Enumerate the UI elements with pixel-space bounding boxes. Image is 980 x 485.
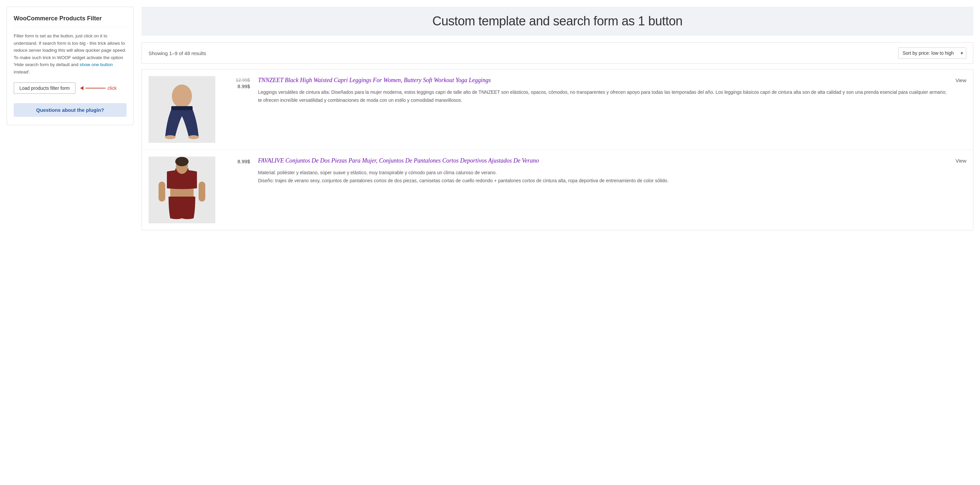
sort-wrapper: Default sorting Sort by popularity Sort … [898, 48, 966, 59]
product-thumbnail [148, 76, 215, 143]
page-heading-bar: Custom template and search form as 1 but… [142, 7, 973, 36]
sidebar-title: WooCommerce Products Filter [14, 15, 127, 27]
price-original: 12.99$ [235, 78, 250, 83]
sort-select[interactable]: Default sorting Sort by popularity Sort … [898, 48, 966, 59]
svg-rect-8 [170, 188, 194, 197]
svg-point-4 [188, 135, 199, 139]
product-view-link[interactable]: View [956, 76, 966, 83]
click-label: click [108, 86, 116, 91]
product-image [148, 157, 215, 223]
svg-rect-7 [199, 181, 205, 202]
price-sale: 8.99$ [237, 83, 250, 89]
questions-button[interactable]: Questions about the plugin? [14, 103, 127, 117]
svg-rect-6 [159, 181, 165, 202]
page-title: Custom template and search form as 1 but… [151, 14, 963, 29]
product-info: TNNZEET Black High Waisted Capri Legging… [258, 76, 948, 105]
svg-point-3 [165, 135, 176, 139]
table-row: 12.99$ 8.99$ TNNZEET Black High Waisted … [142, 70, 973, 150]
product-view-link[interactable]: View [956, 157, 966, 164]
main-content: Custom template and search form as 1 but… [142, 7, 973, 478]
results-count: Showing 1–9 of 48 results [148, 51, 206, 56]
svg-point-1 [172, 84, 192, 108]
sidebar-description: Filter form is set as the button, just c… [14, 32, 127, 76]
product-description: Material: poliéster y elastano, súper su… [258, 169, 948, 185]
arrow-line-icon [86, 88, 105, 89]
svg-point-12 [175, 157, 189, 166]
product-price: 8.99$ [223, 157, 250, 164]
click-arrow: click [81, 86, 116, 91]
products-bar: Showing 1–9 of 48 results Default sortin… [142, 42, 973, 64]
product-image [148, 76, 215, 143]
load-btn-area: Load products filter form click [14, 83, 127, 94]
product-description: Leggings versátiles de cintura alta: Dis… [258, 89, 948, 105]
price-sale: 8.99$ [237, 159, 250, 164]
product-price: 12.99$ 8.99$ [223, 76, 250, 89]
load-products-filter-button[interactable]: Load products filter form [14, 83, 75, 94]
show-button-link[interactable]: show one button [80, 62, 113, 67]
product-info: FAVALIVE Conjuntos De Dos Piezas Para Mu… [258, 157, 948, 185]
sidebar: WooCommerce Products Filter Filter form … [7, 7, 134, 125]
product-thumbnail [148, 157, 215, 223]
product-list: 12.99$ 8.99$ TNNZEET Black High Waisted … [142, 69, 973, 230]
svg-rect-2 [171, 106, 192, 110]
product-title: FAVALIVE Conjuntos De Dos Piezas Para Mu… [258, 157, 948, 165]
table-row: 8.99$ FAVALIVE Conjuntos De Dos Piezas P… [142, 150, 973, 230]
arrowhead-icon [80, 86, 83, 90]
product-title: TNNZEET Black High Waisted Capri Legging… [258, 76, 948, 84]
